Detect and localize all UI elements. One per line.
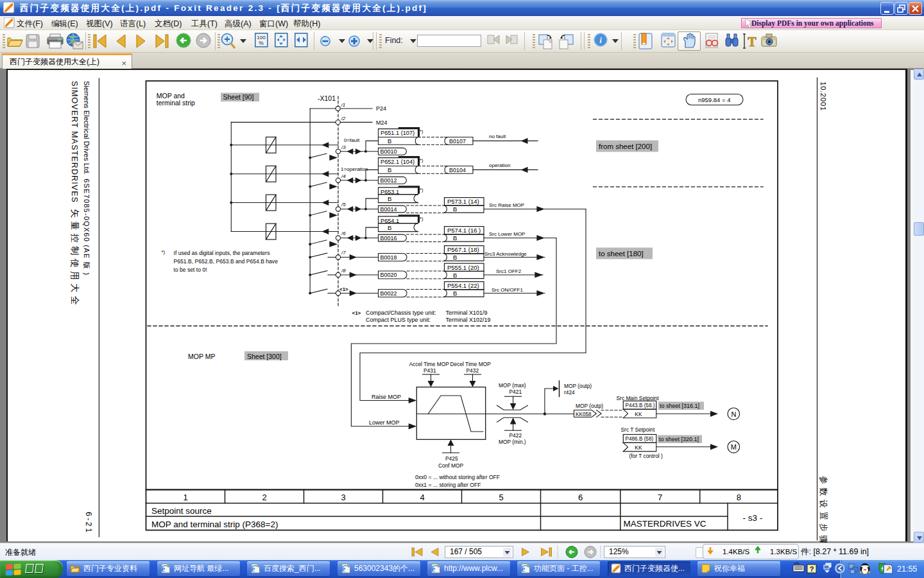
svg-text:%: % (259, 40, 264, 46)
svg-text:<1>: <1> (339, 286, 348, 292)
svg-text:*): *) (420, 157, 424, 163)
svg-text:P554.1 (22): P554.1 (22) (447, 282, 479, 289)
svg-text:P651.B, P652.B, P653.B and P65: P651.B, P652.B, P653.B and P654.B have (174, 258, 278, 265)
svg-text:P421: P421 (509, 389, 522, 395)
svg-text:Src Raise MOP: Src Raise MOP (489, 202, 524, 208)
svg-text:*): *) (420, 128, 424, 134)
svg-text:terminal strip: terminal strip (157, 99, 195, 107)
svg-text:1.3KB/S: 1.3KB/S (770, 548, 798, 556)
svg-text:B: B (388, 195, 391, 202)
svg-text:r424: r424 (564, 389, 575, 396)
svg-text:operation: operation (489, 162, 510, 168)
svg-text:B0010: B0010 (381, 148, 397, 155)
svg-text:/6: /6 (341, 231, 346, 236)
svg-text:KK: KK (635, 411, 642, 417)
svg-text:*): *) (420, 187, 424, 193)
svg-text:SIMOVERT MASTERDRIVES 矢量控制使用大: SIMOVERT MASTERDRIVES 矢量控制使用大全 (70, 81, 80, 308)
svg-text:(for T control ): (for T control ) (629, 453, 663, 459)
svg-text:Sheet [300]: Sheet [300] (247, 353, 282, 360)
svg-text:to be set to 0!: to be set to 0! (174, 267, 207, 273)
svg-text:Conf MOP: Conf MOP (438, 462, 464, 469)
svg-text:0=fault: 0=fault (344, 137, 360, 143)
svg-text:B: B (453, 290, 457, 297)
svg-text:P567.1 (18): P567.1 (18) (447, 246, 479, 253)
svg-text:B0014: B0014 (381, 206, 397, 213)
svg-text:4: 4 (420, 493, 424, 502)
svg-text:P425: P425 (445, 455, 458, 462)
svg-text:参数设置步骤: 参数设置步骤 (819, 476, 828, 543)
svg-text:1=operation: 1=operation (341, 166, 368, 172)
svg-text:P555.1 (20): P555.1 (20) (447, 264, 479, 271)
svg-text:P651.1 (107): P651.1 (107) (381, 130, 415, 136)
svg-text:-X101: -X101 (318, 94, 336, 102)
svg-text:MOP (outp): MOP (outp) (576, 403, 603, 409)
svg-text:i: i (599, 35, 602, 45)
svg-text:/2: /2 (341, 116, 346, 121)
svg-text:from sheet [200]: from sheet [200] (599, 143, 652, 150)
svg-text:MOP MP: MOP MP (188, 353, 215, 360)
svg-text:Setpoint source: Setpoint source (151, 506, 212, 516)
svg-text:no fault: no fault (489, 134, 506, 139)
svg-text:Src1 OFF2: Src1 OFF2 (496, 268, 522, 274)
svg-text:/4: /4 (341, 173, 346, 179)
svg-text:P653.1: P653.1 (381, 189, 399, 195)
svg-text:KK058: KK058 (576, 412, 592, 417)
svg-text:Accel Time MOP: Accel Time MOP (409, 361, 450, 367)
svg-text:B0018: B0018 (381, 254, 397, 261)
svg-text:P443.B (58.): P443.B (58.) (626, 403, 655, 408)
svg-text:Src T Setpoint: Src T Setpoint (621, 426, 655, 433)
svg-text:?: ? (810, 565, 814, 573)
svg-text:M24: M24 (376, 119, 388, 126)
svg-text:B0020: B0020 (381, 272, 397, 278)
svg-text:2: 2 (262, 493, 266, 502)
svg-text:6: 6 (578, 493, 583, 502)
svg-text:P573.1 (14): P573.1 (14) (447, 198, 479, 205)
svg-text:0xx0 = ... without storing af: 0xx0 = ... without storing after OFF (415, 474, 500, 480)
svg-text:B0016: B0016 (381, 235, 397, 241)
svg-text:M: M (731, 443, 737, 451)
svg-text:B0104: B0104 (449, 167, 466, 173)
svg-text:<1>: <1> (352, 310, 361, 316)
svg-text:B: B (388, 137, 391, 144)
svg-text:Terminal X102/19: Terminal X102/19 (446, 317, 491, 323)
svg-text:Compact/Chassis type unit:: Compact/Chassis type unit: (366, 310, 436, 316)
svg-text:Compact PLUS type unit:: Compact PLUS type unit: (366, 317, 431, 323)
svg-text:*): *) (162, 249, 166, 255)
svg-text:P654.1: P654.1 (381, 218, 399, 224)
svg-text:T: T (748, 35, 757, 49)
svg-text:3: 3 (341, 493, 345, 502)
svg-text:N: N (732, 410, 737, 418)
svg-text:MOP (max): MOP (max) (499, 382, 526, 389)
svg-text:- s3 -: - s3 - (743, 513, 763, 523)
svg-text:Src3 Acknowledge: Src3 Acknowledge (484, 251, 527, 257)
svg-text:B: B (453, 254, 457, 261)
svg-text:P486.B (58): P486.B (58) (626, 436, 654, 442)
svg-text:B: B (388, 224, 391, 231)
svg-text:to sheet [320.1]: to sheet [320.1] (659, 436, 699, 442)
svg-text:B: B (453, 234, 457, 241)
svg-text:/3: /3 (341, 144, 346, 150)
svg-text:0xx1 = ... storing after OFF: 0xx1 = ... storing after OFF (415, 482, 481, 488)
svg-text:Siemens Electrical Drives Ltd.: Siemens Electrical Drives Ltd. 6SE7085-0… (83, 81, 90, 276)
svg-text:5: 5 (499, 493, 503, 502)
svg-text:to sheet [316.1]: to sheet [316.1] (660, 403, 699, 409)
svg-text:P574.1 (16 ): P574.1 (16 ) (447, 227, 481, 234)
svg-text:P432: P432 (466, 367, 479, 374)
svg-text:MOP and: MOP and (157, 92, 185, 100)
svg-text:MOP and terminal strip (P368=2: MOP and terminal strip (P368=2) (151, 520, 278, 529)
svg-text:MOP (min.): MOP (min.) (499, 439, 526, 445)
svg-text:7: 7 (658, 493, 662, 502)
svg-text:Lower MOP: Lower MOP (369, 419, 400, 426)
svg-text:MASTERDRIVES VC: MASTERDRIVES VC (624, 519, 706, 529)
svg-text:If used as digital inputs, the: If used as digital inputs, the parameter… (174, 250, 270, 256)
svg-text:/1: /1 (341, 102, 346, 108)
svg-text:Raise MOP: Raise MOP (372, 394, 401, 400)
svg-text:B0012: B0012 (381, 177, 397, 184)
svg-text:10.2001: 10.2001 (819, 82, 827, 111)
svg-text:P652.1 (104): P652.1 (104) (381, 159, 415, 165)
svg-text:Sheet [90]: Sheet [90] (223, 93, 254, 101)
svg-text:/7: /7 (341, 250, 346, 256)
svg-text:B0022: B0022 (381, 290, 397, 297)
svg-text:/8: /8 (341, 268, 346, 274)
svg-text:B: B (388, 166, 391, 173)
